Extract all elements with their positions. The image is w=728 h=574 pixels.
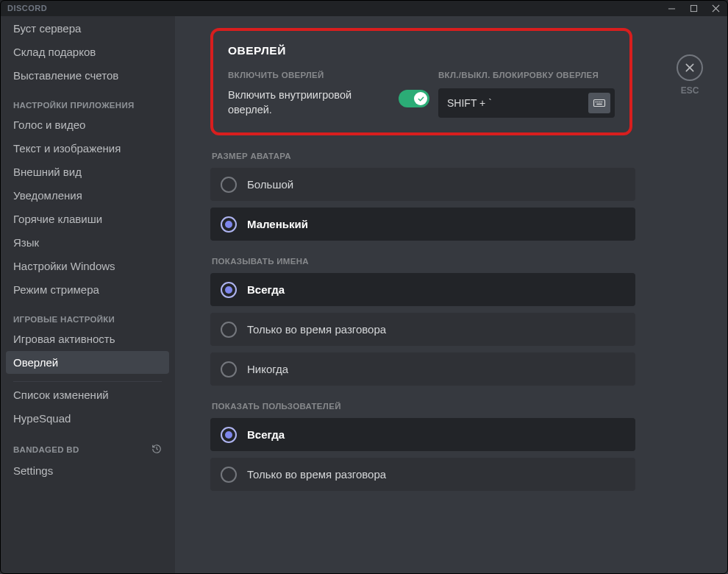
- keyboard-icon[interactable]: [588, 93, 610, 113]
- overlay-highlight: ОВЕРЛЕЙ ВКЛЮЧИТЬ ОВЕРЛЕЙ Включить внутри…: [210, 28, 632, 135]
- radio-icon: [221, 427, 237, 443]
- close-settings-button[interactable]: [677, 54, 703, 81]
- sidebar-item[interactable]: Режим стримера: [6, 278, 169, 301]
- radio-icon: [221, 216, 237, 233]
- minimize-button[interactable]: [662, 0, 681, 16]
- sidebar-item[interactable]: Оверлей: [6, 351, 169, 374]
- radio-label: Большой: [247, 178, 293, 191]
- show-users-header: ПОКАЗАТЬ ПОЛЬЗОВАТЕЛЕЙ: [212, 402, 635, 411]
- svg-rect-7: [596, 104, 602, 105]
- svg-rect-4: [597, 102, 599, 103]
- sidebar-item[interactable]: Голос и видео: [6, 113, 169, 136]
- esc-wrap: ESC: [677, 54, 703, 96]
- app-shell: Буст сервераСклад подарковВыставление сч…: [0, 16, 728, 574]
- check-icon: [414, 92, 427, 105]
- radio-icon: [221, 467, 237, 483]
- enable-overlay-header: ВКЛЮЧИТЬ ОВЕРЛЕЙ: [228, 71, 429, 79]
- titlebar: DISCORD: [0, 0, 728, 16]
- sidebar-item[interactable]: Настройки Windows: [6, 255, 169, 277]
- sidebar-item[interactable]: HypeSquad: [6, 407, 169, 430]
- sidebar-item[interactable]: Список изменений: [6, 383, 169, 406]
- radio-label: Только во время разговора: [247, 468, 386, 481]
- svg-rect-3: [596, 102, 597, 103]
- show-users-option[interactable]: Только во время разговора: [210, 458, 635, 491]
- maximize-button[interactable]: [684, 0, 703, 16]
- radio-icon: [221, 361, 237, 378]
- sidebar-item[interactable]: Склад подарков: [6, 40, 169, 63]
- radio-icon: [221, 282, 237, 298]
- radio-label: Никогда: [247, 363, 288, 375]
- show-names-header: ПОКАЗЫВАТЬ ИМЕНА: [212, 257, 635, 266]
- radio-icon: [221, 322, 237, 338]
- window-controls: [662, 0, 725, 16]
- show-users-option[interactable]: Всегда: [210, 418, 635, 451]
- sidebar-header: ИГРОВЫЕ НАСТРОЙКИ: [6, 302, 169, 327]
- hotkey-input[interactable]: SHIFT + `: [438, 88, 615, 118]
- app-name: DISCORD: [7, 4, 47, 13]
- show-names-option[interactable]: Никогда: [210, 352, 635, 386]
- radio-label: Всегда: [247, 283, 285, 296]
- svg-rect-0: [668, 8, 674, 9]
- show-names-option[interactable]: Только во время разговора: [210, 313, 635, 346]
- sidebar-item[interactable]: Горячие клавиши: [6, 208, 169, 230]
- settings-content: ESC ОВЕРЛЕЙ ВКЛЮЧИТЬ ОВЕРЛЕЙ Включить вн…: [175, 16, 728, 574]
- sidebar-item[interactable]: Буст сервера: [6, 17, 169, 40]
- svg-rect-1: [690, 5, 696, 11]
- svg-rect-5: [599, 102, 601, 103]
- lock-overlay-header: ВКЛ./ВЫКЛ. БЛОКИРОВКУ ОВЕРЛЕЯ: [438, 71, 615, 79]
- enable-overlay-text: Включить внутриигровой оверлей.: [228, 88, 391, 117]
- sidebar-item[interactable]: Уведомления: [6, 184, 169, 207]
- radio-label: Только во время разговора: [247, 323, 386, 336]
- hotkey-text: SHIFT + `: [447, 97, 588, 109]
- sidebar-header: НАСТРОЙКИ ПРИЛОЖЕНИЯ: [6, 88, 169, 113]
- sidebar-item[interactable]: Settings: [6, 459, 169, 482]
- svg-rect-6: [602, 102, 603, 103]
- settings-sidebar: Буст сервераСклад подарковВыставление сч…: [0, 16, 175, 574]
- sidebar-item[interactable]: Текст и изображения: [6, 137, 169, 160]
- esc-label: ESC: [681, 85, 699, 96]
- sidebar-separator: [13, 381, 162, 382]
- sidebar-item[interactable]: Язык: [6, 231, 169, 254]
- history-icon: [151, 444, 162, 456]
- radio-icon: [221, 177, 237, 193]
- avatar-size-header: РАЗМЕР АВАТАРА: [212, 152, 635, 160]
- show-names-option[interactable]: Всегда: [210, 273, 635, 306]
- svg-rect-2: [594, 100, 605, 107]
- avatar-size-option[interactable]: Большой: [210, 168, 635, 201]
- radio-label: Всегда: [247, 428, 285, 441]
- radio-label: Маленький: [247, 218, 308, 230]
- close-button[interactable]: [706, 0, 725, 16]
- sidebar-item[interactable]: Выставление счетов: [6, 64, 169, 87]
- overlay-title: ОВЕРЛЕЙ: [228, 44, 615, 57]
- sidebar-item[interactable]: Игровая активность: [6, 327, 169, 350]
- avatar-size-option[interactable]: Маленький: [210, 208, 635, 241]
- sidebar-header: BANDAGED BD: [6, 431, 169, 458]
- enable-overlay-toggle[interactable]: [399, 90, 429, 107]
- sidebar-item[interactable]: Внешний вид: [6, 160, 169, 183]
